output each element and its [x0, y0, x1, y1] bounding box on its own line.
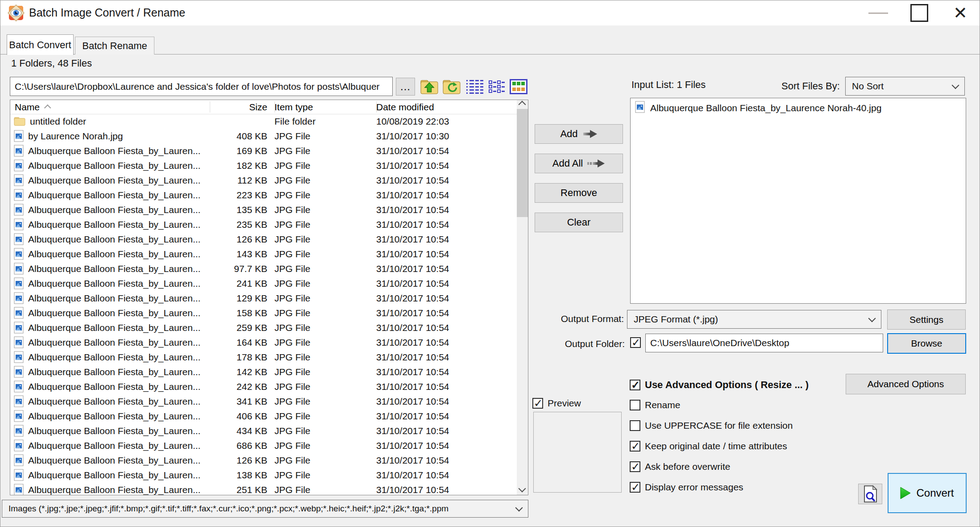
file-name: untitled folder: [30, 116, 86, 127]
scroll-down-icon[interactable]: [519, 485, 526, 493]
option-checkbox-row[interactable]: Keep original date / time attributes: [630, 440, 793, 452]
image-file-icon: [14, 248, 24, 260]
table-row[interactable]: Albuquerque Balloon Fiesta_by_Lauren... …: [10, 202, 517, 217]
table-row[interactable]: Albuquerque Balloon Fiesta_by_Lauren... …: [10, 232, 517, 247]
image-file-icon: [14, 277, 24, 289]
file-list-scrollbar[interactable]: [517, 100, 528, 495]
browse-button[interactable]: Browse: [887, 333, 966, 354]
column-header-size[interactable]: Size: [210, 102, 271, 113]
option-checkbox[interactable]: [630, 461, 640, 472]
table-row[interactable]: Albuquerque Balloon Fiesta_by_Lauren... …: [10, 261, 517, 276]
thumbnails-view-button[interactable]: [508, 77, 529, 96]
use-advanced-options-checkbox[interactable]: [630, 380, 640, 390]
folder-refresh-button[interactable]: [441, 77, 462, 96]
scrollbar-thumb[interactable]: [517, 109, 528, 217]
option-checkbox-row[interactable]: Use UPPERCASE for file extension: [630, 420, 793, 431]
details-view-icon: [466, 79, 483, 94]
add-all-button[interactable]: Add All: [535, 154, 623, 173]
table-row[interactable]: by Laurence Norah.jpg 408 KB JPG File 31…: [10, 129, 517, 143]
table-row[interactable]: Albuquerque Balloon Fiesta_by_Lauren... …: [10, 409, 517, 423]
clear-button[interactable]: Clear: [535, 213, 623, 232]
option-checkbox-row[interactable]: Rename: [630, 399, 793, 411]
maximize-icon: [910, 4, 928, 22]
input-file-list[interactable]: Albuquerque Balloon Fiesta_by_Laurence N…: [630, 98, 966, 304]
column-header-item-type[interactable]: Item type: [271, 102, 373, 113]
sort-files-dropdown[interactable]: No Sort: [845, 77, 965, 96]
column-separator[interactable]: [376, 101, 377, 113]
table-row[interactable]: Albuquerque Balloon Fiesta_by_Lauren... …: [10, 423, 517, 438]
file-type: JPG File: [271, 322, 373, 333]
tab-batch-rename[interactable]: Batch Rename: [75, 37, 154, 54]
file-type: JPG File: [271, 175, 373, 186]
tab-batch-convert[interactable]: Batch Convert: [7, 34, 74, 55]
table-row[interactable]: Albuquerque Balloon Fiesta_by_Lauren... …: [10, 438, 517, 453]
column-header-name[interactable]: Name: [10, 102, 210, 113]
settings-button[interactable]: Settings: [887, 310, 966, 330]
maximize-button[interactable]: [902, 0, 937, 25]
table-row[interactable]: Albuquerque Balloon Fiesta_by_Lauren... …: [10, 453, 517, 468]
close-button[interactable]: ✕: [943, 0, 978, 25]
option-checkbox[interactable]: [630, 420, 640, 431]
option-label: Ask before overwrite: [645, 461, 730, 472]
option-checkbox[interactable]: [630, 441, 640, 452]
table-row[interactable]: Albuquerque Balloon Fiesta_by_Lauren... …: [10, 276, 517, 291]
table-row[interactable]: Albuquerque Balloon Fiesta_by_Lauren... …: [10, 217, 517, 232]
scroll-up-icon[interactable]: [519, 101, 526, 109]
file-type-filter-dropdown[interactable]: Images (*.jpg;*.jpe;*.jpeg;*.jfif;*.bmp;…: [2, 500, 528, 518]
details-view-button[interactable]: [465, 77, 485, 96]
table-row[interactable]: Albuquerque Balloon Fiesta_by_Lauren... …: [10, 143, 517, 158]
table-row[interactable]: Albuquerque Balloon Fiesta_by_Lauren... …: [10, 320, 517, 335]
table-row[interactable]: Albuquerque Balloon Fiesta_by_Lauren... …: [10, 188, 517, 202]
table-row[interactable]: Albuquerque Balloon Fiesta_by_Lauren... …: [10, 350, 517, 364]
preview-conversion-button[interactable]: [858, 484, 882, 504]
output-folder-input[interactable]: C:\Users\laure\OneDrive\Desktop: [645, 334, 883, 352]
minimize-button[interactable]: [861, 0, 896, 25]
table-row[interactable]: Albuquerque Balloon Fiesta_by_Lauren... …: [10, 158, 517, 173]
use-advanced-options-row[interactable]: Use Advanced Options ( Resize ... ): [630, 379, 809, 391]
advanced-options-button[interactable]: Advanced Options: [846, 374, 966, 394]
table-row[interactable]: Albuquerque Balloon Fiesta_by_Lauren... …: [10, 247, 517, 261]
convert-button[interactable]: Convert: [888, 473, 967, 513]
option-checkbox-row[interactable]: Display error messages: [630, 481, 793, 493]
preview-checkbox[interactable]: [532, 398, 543, 409]
image-file-icon: [14, 454, 24, 466]
browse-folder-ellipsis-button[interactable]: ...: [396, 78, 415, 96]
column-header-date-modified[interactable]: Date modified: [373, 102, 528, 113]
file-date: 31/10/2017 10:54: [373, 278, 517, 289]
add-button[interactable]: Add: [535, 124, 623, 144]
table-row[interactable]: Albuquerque Balloon Fiesta_by_Lauren... …: [10, 482, 517, 495]
image-file-icon: [14, 263, 24, 275]
output-format-dropdown[interactable]: JPEG Format (*.jpg): [627, 310, 881, 329]
table-row[interactable]: Albuquerque Balloon Fiesta_by_Lauren... …: [10, 379, 517, 394]
column-separator[interactable]: [274, 101, 275, 113]
folder-path-input[interactable]: C:\Users\laure\Dropbox\Laurence and Jess…: [10, 77, 393, 96]
output-folder-checkbox[interactable]: [630, 337, 641, 348]
table-row[interactable]: untitled folder File folder 10/08/2019 2…: [10, 114, 517, 129]
input-list-count: Input List: 1 Files: [631, 79, 706, 91]
file-date: 31/10/2017 10:54: [373, 337, 517, 348]
table-row[interactable]: Albuquerque Balloon Fiesta_by_Lauren... …: [10, 305, 517, 320]
table-row[interactable]: Albuquerque Balloon Fiesta_by_Lauren... …: [10, 468, 517, 482]
option-checkbox[interactable]: [630, 482, 640, 493]
table-row[interactable]: Albuquerque Balloon Fiesta_by_Lauren... …: [10, 291, 517, 305]
preview-checkbox-row[interactable]: Preview: [532, 398, 581, 409]
column-separator[interactable]: [210, 101, 210, 113]
table-row[interactable]: Albuquerque Balloon Fiesta_by_Lauren... …: [10, 394, 517, 409]
folder-up-button[interactable]: [419, 77, 440, 96]
file-type: JPG File: [271, 411, 373, 422]
file-type: JPG File: [271, 293, 373, 304]
file-name: Albuquerque Balloon Fiesta_by_Lauren...: [28, 352, 200, 363]
option-checkbox-row[interactable]: Ask before overwrite: [630, 461, 793, 473]
file-size: 135 KB: [210, 205, 271, 215]
image-file-icon: [14, 395, 24, 407]
table-row[interactable]: Albuquerque Balloon Fiesta_by_Lauren... …: [10, 335, 517, 350]
file-size: 142 KB: [210, 367, 271, 377]
table-row[interactable]: Albuquerque Balloon Fiesta_by_Lauren... …: [10, 364, 517, 379]
list-item[interactable]: Albuquerque Balloon Fiesta_by_Laurence N…: [631, 98, 966, 116]
file-size: 126 KB: [210, 455, 271, 466]
list-view-button[interactable]: [487, 77, 507, 96]
option-checkbox[interactable]: [630, 400, 640, 410]
image-file-icon: [14, 322, 24, 334]
table-row[interactable]: Albuquerque Balloon Fiesta_by_Lauren... …: [10, 173, 517, 188]
remove-button[interactable]: Remove: [535, 183, 623, 203]
